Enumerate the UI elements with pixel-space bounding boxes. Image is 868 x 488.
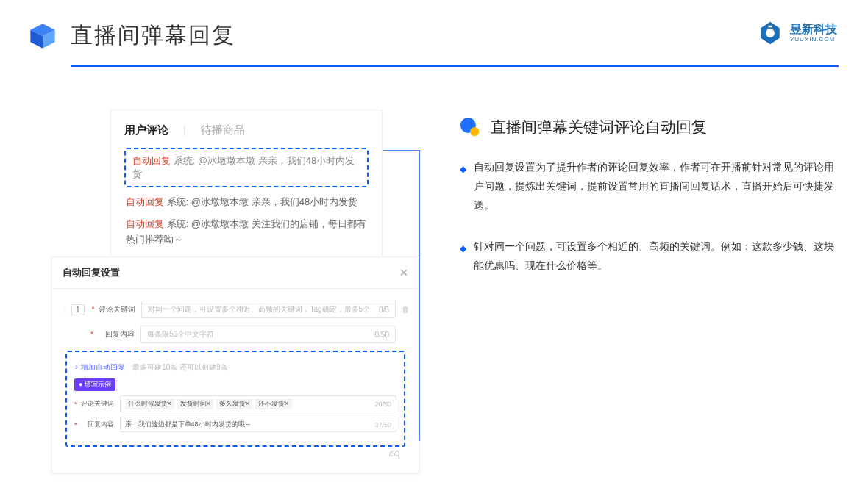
svg-point-6	[470, 127, 479, 136]
svg-point-3	[766, 29, 775, 37]
add-hint: 最多可建10条 还可以创建9条	[132, 363, 227, 371]
brand-name: 昱新科技	[790, 24, 837, 35]
brand-icon	[758, 21, 783, 46]
comments-panel: 用户评论 | 待播商品 自动回复 系统: @冰墩墩本墩 亲亲，我们48小时内发货…	[110, 110, 383, 277]
add-reply-link[interactable]: + 增加自动回复	[74, 363, 125, 371]
highlighted-comment: 自动回复 系统: @冰墩墩本墩 亲亲，我们48小时内发货	[124, 148, 369, 187]
settings-panel: 自动回复设置 ✕ ⋮⋮ 1 *评论关键词 对同一个问题，可设置多个相近、高频的关…	[51, 256, 419, 473]
tab-user-comments[interactable]: 用户评论	[124, 123, 168, 137]
delete-icon[interactable]: 🗑	[402, 305, 410, 314]
drag-handle-icon[interactable]: ⋮⋮	[61, 306, 71, 314]
content-label: 回复内容	[95, 329, 135, 340]
page-title: 直播间弹幕回复	[71, 21, 235, 51]
comment-row: 自动回复 系统: @冰墩墩本墩 亲亲，我们48小时内发货	[126, 195, 367, 210]
example-keyword-box: 什么时候发货× 发货时间× 多久发货× 还不发货× 20/50	[120, 395, 396, 412]
tag[interactable]: 发货时间×	[177, 398, 213, 409]
svg-rect-4	[768, 26, 772, 28]
example-section: + 增加自动回复 最多可建10条 还可以创建9条 ● 填写示例 *评论关键词 什…	[65, 351, 405, 447]
bullet-1: ◆自动回复设置为了提升作者的评论回复效率，作者可在开播前针对常见的评论用户问题，…	[460, 158, 839, 215]
tag[interactable]: 还不发货×	[255, 398, 291, 409]
cube-icon	[28, 21, 57, 51]
chat-bubble-icon	[460, 117, 480, 137]
tag[interactable]: 多久发货×	[216, 398, 252, 409]
section-title: 直播间弹幕关键词评论自动回复	[491, 117, 707, 137]
brand-logo: 昱新科技 YUUXIN.COM	[758, 21, 837, 46]
rule-index: 1	[71, 304, 85, 315]
comment-row: 自动回复 系统: @冰墩墩本墩 关注我们的店铺，每日都有热门推荐呦～	[126, 217, 367, 248]
bullet-2: ◆针对同一个问题，可设置多个相近的、高频的关键词。例如：这款多少钱、这块能优惠吗…	[460, 237, 839, 276]
keyword-label: 评论关键词	[96, 304, 135, 315]
keyword-input[interactable]: 对同一个问题，可设置多个相近、高频的关键词，Tag确定，最多5个0/5	[141, 301, 396, 318]
brand-url: YUUXIN.COM	[790, 37, 837, 43]
tab-pending-goods[interactable]: 待播商品	[201, 123, 245, 137]
tag[interactable]: 什么时候发货×	[125, 398, 174, 409]
close-icon[interactable]: ✕	[399, 267, 408, 279]
example-content-box: 亲，我们这边都是下单48小时内发货的哦～ 37/50	[120, 417, 396, 432]
example-badge: ● 填写示例	[74, 378, 115, 391]
auto-reply-tag: 自动回复	[132, 155, 171, 166]
content-input[interactable]: 每条限50个中文字符0/50	[140, 326, 396, 343]
footer-count: /50	[61, 447, 410, 458]
settings-title: 自动回复设置	[63, 266, 120, 279]
